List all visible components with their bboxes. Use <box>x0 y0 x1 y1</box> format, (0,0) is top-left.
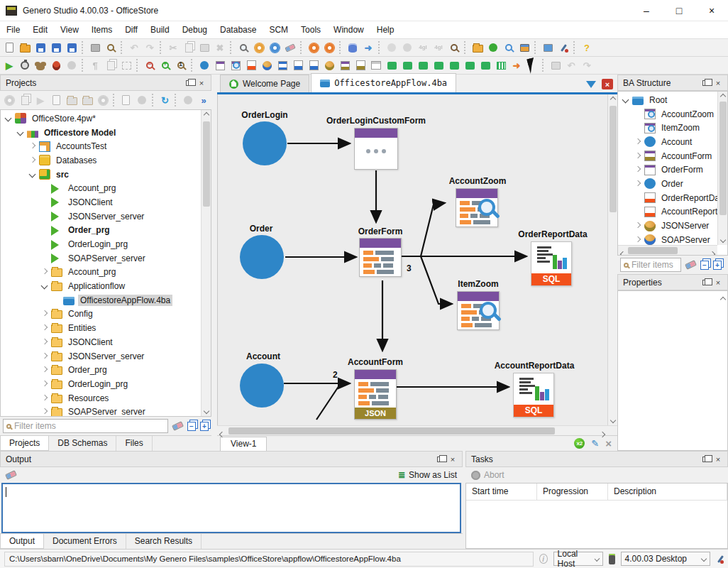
diagram-vscrollbar[interactable] <box>607 94 617 425</box>
node-account[interactable] <box>240 364 284 408</box>
menu-edit[interactable]: Edit <box>26 22 54 38</box>
projects-filter-input[interactable] <box>14 421 165 431</box>
diagram-canvas[interactable]: 3 2 OrderLoginOrderLoginCustomFormOrderO… <box>218 94 607 425</box>
menu-scm[interactable]: SCM <box>263 22 294 38</box>
panel-tab-files[interactable]: Files <box>116 436 152 451</box>
settings-wrench-icon[interactable] <box>716 555 724 564</box>
menu-view[interactable]: View <box>54 22 85 38</box>
expander-closed-icon[interactable] <box>40 323 50 333</box>
expander-closed-icon[interactable] <box>633 151 643 161</box>
tasks-close-button[interactable]: × <box>712 454 724 465</box>
tab-officestoreappflow-4ba[interactable]: OfficestoreAppFlow.4ba <box>311 73 456 92</box>
zoom-100-icon[interactable] <box>173 58 189 73</box>
overflow-icon[interactable]: » <box>196 93 211 108</box>
expander-closed-icon[interactable] <box>40 379 50 389</box>
expand-all-icon[interactable]: + <box>200 422 209 431</box>
project-item-applicationflow[interactable]: Applicationflow <box>1 279 201 293</box>
menu-help[interactable]: Help <box>370 22 401 38</box>
expander-closed-icon[interactable] <box>28 155 38 165</box>
ba-item-accountform[interactable]: AccountForm <box>618 149 717 163</box>
add-json-report-icon[interactable] <box>353 58 368 73</box>
clear-filter-icon[interactable] <box>685 260 697 270</box>
expand-all-icon[interactable]: + <box>713 261 722 270</box>
expander-closed-icon[interactable] <box>40 365 50 375</box>
ba-item-itemzoom[interactable]: ItemZoom <box>618 121 717 135</box>
ba-tree-vscrollbar[interactable] <box>717 92 727 245</box>
build-all-icon[interactable] <box>267 40 282 55</box>
node-orderlogincustomform[interactable] <box>354 128 398 170</box>
host-select[interactable]: Local Host <box>553 552 604 566</box>
project-item-soapserver-server[interactable]: SOAPServer_server <box>1 251 201 266</box>
expander-open-icon[interactable] <box>4 114 13 124</box>
collapse-all-icon[interactable]: − <box>700 261 709 270</box>
output-close-button[interactable]: × <box>446 454 459 465</box>
device-icon[interactable] <box>609 554 614 564</box>
expander-open-icon[interactable] <box>28 170 38 180</box>
close-button[interactable]: × <box>695 0 728 21</box>
ba-tree-hscrollbar[interactable] <box>618 245 717 255</box>
menu-window[interactable]: Window <box>327 22 370 38</box>
projects-close-button[interactable]: × <box>195 77 208 89</box>
tasks-float-button[interactable] <box>699 454 712 465</box>
tasks-column-progression[interactable]: Progression <box>537 484 608 500</box>
zoom-x2-icon[interactable]: x2 <box>574 438 585 449</box>
vertical-splitter-left[interactable] <box>211 75 217 451</box>
print-icon[interactable] <box>87 40 103 55</box>
properties-float-button[interactable] <box>699 277 712 288</box>
version-select[interactable]: 4.00.03 Desktop <box>621 552 711 566</box>
refresh-icon[interactable]: ↻ <box>157 93 172 108</box>
save-icon[interactable] <box>33 40 48 55</box>
show-as-list-toggle[interactable]: ≣ Show as List <box>398 470 457 480</box>
diagram-view-icon[interactable] <box>517 40 532 55</box>
clear-filter-icon[interactable] <box>172 421 184 431</box>
select-cursor-icon[interactable] <box>524 58 540 73</box>
preview-report-icon[interactable] <box>446 40 462 55</box>
add-image-icon[interactable] <box>399 58 415 73</box>
add-form-icon[interactable] <box>212 58 228 73</box>
project-item-officestoreappflow-4ba[interactable]: OfficestoreAppFlow.4ba <box>1 293 201 307</box>
project-item-jsonserver-server[interactable]: JSONServer_server <box>1 349 201 364</box>
expander-closed-icon[interactable] <box>633 235 643 245</box>
maximize-button[interactable]: □ <box>663 0 695 21</box>
project-item-officestore-4pw[interactable]: OfficeStore.4pw* <box>1 111 201 126</box>
save-as-icon[interactable] <box>48 40 64 55</box>
node-orderform[interactable] <box>359 238 402 277</box>
info-icon[interactable]: i <box>539 554 548 564</box>
node-orderreportdata[interactable]: SQL <box>531 241 572 286</box>
project-item-jsonclient[interactable]: JSONClient <box>1 335 201 349</box>
expander-closed-icon[interactable] <box>633 221 643 231</box>
abort-button[interactable]: Abort <box>484 470 504 480</box>
new-file-icon[interactable] <box>1 40 17 55</box>
minimize-button[interactable]: – <box>630 0 663 21</box>
expander-closed-icon[interactable] <box>40 267 50 277</box>
add-soap-form-icon[interactable] <box>275 58 290 73</box>
add-photo-icon[interactable] <box>384 58 399 73</box>
project-item-account-prg[interactable]: Account_prg <box>1 181 201 195</box>
panel-tab-projects[interactable]: Projects <box>0 436 49 451</box>
db-import-icon[interactable] <box>345 40 360 55</box>
ba-filter-box[interactable] <box>620 258 681 272</box>
ba-item-jsonserver[interactable]: JSONServer <box>618 219 717 233</box>
add-json-globe-icon[interactable] <box>321 58 337 73</box>
ba-item-order[interactable]: Order <box>618 177 717 191</box>
project-item-config[interactable]: Config <box>1 307 201 322</box>
view-tab[interactable]: View-1 <box>220 437 267 451</box>
debug-icon[interactable] <box>48 58 64 73</box>
ba-item-accountreportdata[interactable]: AccountReportData <box>618 205 717 219</box>
node-accountzoom[interactable] <box>456 188 498 227</box>
project-item-orderlogin-prg[interactable]: OrderLogin_prg <box>1 237 201 251</box>
expander-closed-icon[interactable] <box>40 351 50 361</box>
ba-item-accountzoom[interactable]: AccountZoom <box>618 107 717 121</box>
expander-open-icon[interactable] <box>16 128 26 138</box>
projects-filter-box[interactable] <box>3 419 168 433</box>
node-orderlogin[interactable] <box>243 121 287 165</box>
add-soap-report-icon[interactable] <box>290 58 306 73</box>
expander-closed-icon[interactable] <box>633 137 643 147</box>
output-tab-document-errors[interactable]: Document Errors <box>44 534 126 549</box>
expander-open-icon[interactable] <box>621 95 631 105</box>
projects-tree-scrollbar[interactable] <box>201 110 211 416</box>
task-list-icon[interactable] <box>540 40 556 55</box>
add-zoom-form-icon[interactable] <box>228 58 243 73</box>
project-item-orderlogin-prg[interactable]: OrderLogin_prg <box>1 377 201 391</box>
node-accountform[interactable]: JSON <box>354 369 397 420</box>
